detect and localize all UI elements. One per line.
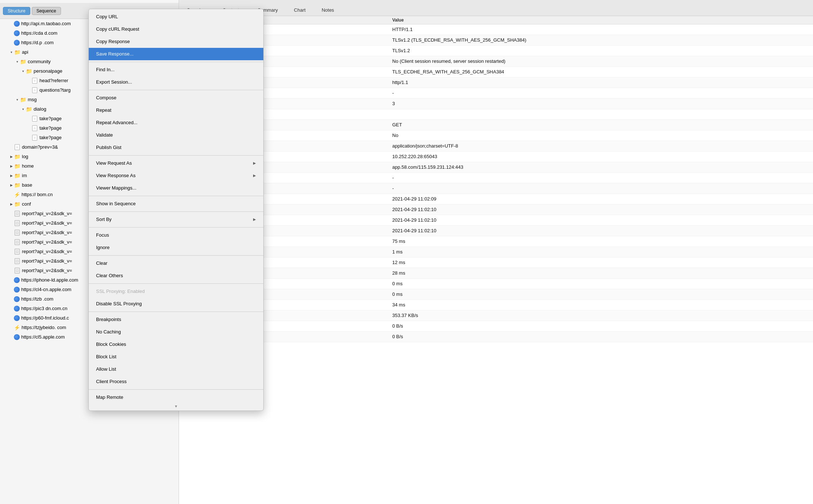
menu-item[interactable]: Validate xyxy=(89,129,263,141)
tree-toggle-placeholder xyxy=(26,78,31,83)
detail-row: Duration75 ms xyxy=(179,236,813,247)
tab-notes[interactable]: Notes xyxy=(314,4,342,16)
menu-item[interactable]: Copy cURL Request xyxy=(89,23,263,35)
menu-item[interactable]: Clear xyxy=(89,257,263,270)
menu-item-label: Disable SSL Proxying xyxy=(96,300,142,308)
detail-row: Response Speed0 B/s xyxy=(179,332,813,342)
detail-val: 353.37 KB/s xyxy=(392,312,807,320)
tree-item-label: report?api_v=2&sdk_v= xyxy=(22,229,72,237)
menu-item[interactable]: Compose xyxy=(89,92,263,104)
file-icon: ○ xyxy=(31,134,38,141)
folder-icon: 📁 xyxy=(26,68,32,75)
menu-item[interactable]: Show in Sequence xyxy=(89,198,263,210)
sequence-button[interactable]: Sequence xyxy=(32,7,61,15)
menu-item[interactable]: SSL Proxying: Enabled xyxy=(89,285,263,298)
detail-row: Content-Typeapplication/json;charset=UTF… xyxy=(179,141,813,152)
menu-separator xyxy=(89,211,263,212)
tree-item-label: https://p60-fmf.icloud.c xyxy=(21,314,69,322)
detail-row: HTTP VersionHTTP/1.1 xyxy=(179,24,813,35)
detail-val xyxy=(392,110,807,118)
tree-item-label: https://iphone-ld.apple.com xyxy=(21,276,78,284)
tree-toggle[interactable]: ▾ xyxy=(9,50,14,55)
globe-icon xyxy=(14,277,20,283)
tree-item-label: questions?targ xyxy=(39,86,70,94)
menu-item[interactable]: Block Cookies xyxy=(89,338,263,351)
tree-toggle[interactable]: ▶ xyxy=(9,173,14,178)
menu-item-label: Clear xyxy=(96,259,107,267)
detail-val: No xyxy=(392,131,807,140)
menu-scroll-indicator: ▼ xyxy=(89,404,263,409)
menu-item-label: Focus xyxy=(96,231,109,239)
tree-toggle[interactable]: ▾ xyxy=(15,97,20,102)
tree-toggle[interactable]: ▾ xyxy=(20,107,26,112)
menu-item[interactable]: Clear Others xyxy=(89,270,263,282)
tree-item-label: http://api.m.taobao.com xyxy=(21,20,71,28)
menu-item[interactable]: Focus xyxy=(89,229,263,241)
tree-toggle[interactable]: ▶ xyxy=(9,164,14,169)
menu-item[interactable]: Viewer Mappings... xyxy=(89,182,263,194)
tree-item-label: im xyxy=(22,172,27,180)
menu-item[interactable]: No Caching xyxy=(89,326,263,338)
menu-item-label: View Request As xyxy=(96,159,132,167)
menu-item[interactable]: Copy URL xyxy=(89,11,263,23)
menu-item-label: Copy Response xyxy=(96,38,130,46)
detail-val: TLSv1.2 (TLS_ECDHE_RSA_WITH_AES_256_GCM_… xyxy=(392,36,807,44)
globe-icon xyxy=(14,287,20,293)
menu-item[interactable]: View Request As▶ xyxy=(89,157,263,169)
tree-item-label: report?api_v=2&sdk_v= xyxy=(22,257,72,265)
menu-item[interactable]: Ignore xyxy=(89,241,263,254)
menu-item[interactable]: Sort By▶ xyxy=(89,213,263,226)
tree-toggle[interactable]: ▶ xyxy=(9,154,14,159)
menu-item[interactable]: Block List xyxy=(89,351,263,363)
menu-item-label: Show in Sequence xyxy=(96,200,136,208)
detail-val: 1 ms xyxy=(392,248,807,256)
folder-icon: 📁 xyxy=(14,153,20,160)
tree-toggle-placeholder xyxy=(26,135,31,140)
tree-item-label: https://tzb .com xyxy=(21,295,53,303)
tree-toggle-placeholder xyxy=(26,116,31,121)
tree-item-label: https://cda d.com xyxy=(21,29,57,37)
menu-item[interactable]: Repeat xyxy=(89,104,263,117)
tree-toggle[interactable]: ▶ xyxy=(9,202,14,207)
detail-row: Keep-AliveNo xyxy=(179,130,813,141)
menu-item[interactable]: Repeat Advanced... xyxy=(89,117,263,129)
tree-item-label: take?page xyxy=(39,115,62,123)
detail-row: Connect12 ms xyxy=(179,257,813,268)
tree-toggle[interactable]: ▶ xyxy=(9,183,14,188)
menu-separator xyxy=(89,155,263,156)
tree-item-label: take?page xyxy=(39,124,62,132)
file-plain-icon: □ xyxy=(14,267,20,274)
menu-item[interactable]: Publish Gist xyxy=(89,141,263,154)
menu-item-label: Viewer Mappings... xyxy=(96,184,136,192)
menu-item[interactable]: Map Remote xyxy=(89,391,263,404)
menu-item-label: Compose xyxy=(96,94,117,102)
menu-item[interactable]: Disable SSL Proxying xyxy=(89,298,263,310)
menu-item[interactable]: View Response As▶ xyxy=(89,169,263,182)
detail-row: Client Certificates- xyxy=(179,88,813,99)
detail-val: 2021-04-29 11:02:09 xyxy=(392,195,807,203)
menu-item[interactable]: Export Session... xyxy=(89,76,263,88)
menu-separator xyxy=(89,62,263,62)
menu-item-label: Block Cookies xyxy=(96,340,126,348)
menu-item[interactable]: Allow List xyxy=(89,363,263,375)
tree-toggle-placeholder xyxy=(9,211,14,216)
menu-item[interactable]: Save Response... xyxy=(89,48,263,60)
structure-button[interactable]: Structure xyxy=(3,7,30,15)
tree-toggle[interactable]: ▾ xyxy=(15,59,20,64)
menu-item-label: Sort By xyxy=(96,215,112,224)
folder-icon: 📁 xyxy=(20,58,26,65)
detail-val: TLSv1.2 xyxy=(392,47,807,55)
tree-item-label: https:// bom.cn xyxy=(22,191,53,199)
tree-toggle-placeholder xyxy=(9,259,14,264)
menu-item[interactable]: Client Process xyxy=(89,375,263,388)
menu-item[interactable]: Find In... xyxy=(89,64,263,76)
tree-toggle-placeholder xyxy=(9,221,14,226)
menu-item[interactable]: Copy Response xyxy=(89,35,263,48)
menu-item-label: Client Process xyxy=(96,378,127,386)
tree-toggle[interactable]: ▾ xyxy=(20,69,26,74)
menu-item-label: Export Session... xyxy=(96,78,132,86)
submenu-arrow-icon: ▶ xyxy=(253,159,256,167)
menu-item[interactable]: Breakpoints xyxy=(89,313,263,326)
detail-row: Web Sockets- xyxy=(179,183,813,194)
tab-chart[interactable]: Chart xyxy=(286,4,313,16)
